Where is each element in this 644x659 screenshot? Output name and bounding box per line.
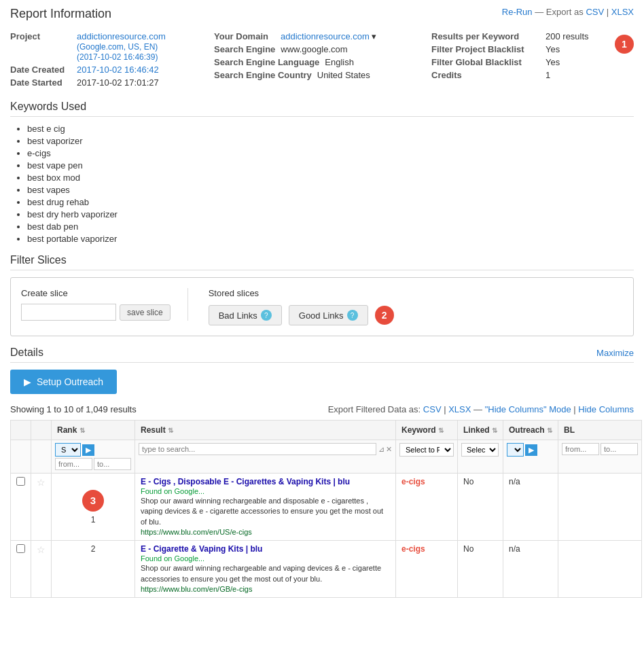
rank-from-to <box>55 458 131 470</box>
row1-url[interactable]: https://www.blu.com/en/US/e-cigs <box>141 528 252 536</box>
row1-result-cell: E - Cigs , Disposable E - Cigarettes & V… <box>135 474 396 541</box>
row1-linked-cell: No <box>458 474 503 541</box>
bad-links-button[interactable]: Bad Links ? <box>209 305 282 325</box>
details-header: Details Maximize <box>10 346 634 363</box>
credits-value: 1 <box>545 70 550 80</box>
project-sub1[interactable]: (Google.com, US, EN) <box>77 42 158 52</box>
rank-to-input[interactable] <box>94 458 131 470</box>
setup-outreach-button[interactable]: ▶ Setup Outreach <box>10 370 117 394</box>
results-count: Showing 1 to 10 of 1,049 results <box>10 404 137 414</box>
row1-result-title[interactable]: E - Cigs , Disposable E - Cigarettes & V… <box>141 477 350 486</box>
bl-from-input[interactable] <box>562 443 599 455</box>
row1-star-icon[interactable]: ☆ <box>37 477 46 488</box>
filter-project-value: Yes <box>545 44 560 54</box>
outreach-s-button[interactable]: ▶ <box>525 444 537 456</box>
keyword-sort-icon[interactable]: ⇅ <box>438 427 444 434</box>
rank-sort-icon[interactable]: ⇅ <box>79 427 85 434</box>
keyword-item: best portable vaporizer <box>27 234 634 244</box>
project-link[interactable]: addictionresource.com <box>77 31 166 41</box>
result-sort-icon[interactable]: ⇅ <box>168 427 173 434</box>
row1-checkbox[interactable] <box>16 477 25 486</box>
th-outreach: Outreach ⇅ <box>503 421 558 440</box>
row2-result-title[interactable]: E - Cigarette & Vaping Kits | blu <box>141 544 262 554</box>
linked-filter-select[interactable]: Select <box>461 443 499 457</box>
outreach-s-select[interactable]: Se <box>507 443 524 457</box>
s-select[interactable]: S <box>55 443 81 457</box>
row2-outreach: n/a <box>509 544 520 554</box>
your-domain-label: Your Domain <box>214 31 275 41</box>
info-middle: Your Domain addictionresource.com ▾ Sear… <box>214 31 431 90</box>
your-domain-link[interactable]: addictionresource.com <box>281 31 370 41</box>
rerun-link[interactable]: Re-Run <box>502 7 533 17</box>
filter-project-row: Filter Project Blacklist Yes <box>431 44 589 54</box>
project-row: Project addictionresource.com (Google.co… <box>10 31 214 62</box>
info-section: Project addictionresource.com (Google.co… <box>10 31 634 90</box>
th-outreach-label: Outreach <box>509 425 545 435</box>
your-domain-row: Your Domain addictionresource.com ▾ <box>214 31 431 41</box>
filter-linked-cell: Select <box>458 440 503 474</box>
export-as-label: Export as <box>546 7 584 17</box>
keyword-item: best e cig <box>27 124 634 134</box>
bl-to-input[interactable] <box>601 443 638 455</box>
export-mode-link[interactable]: "Hide Columns" Mode <box>485 404 571 414</box>
stored-slices-section: Stored slices Bad Links ? Good Links ? 2 <box>209 288 623 325</box>
keyword-filter-select[interactable]: Select to Fi <box>399 443 454 457</box>
export-xlsx-link2[interactable]: XLSX <box>448 404 471 414</box>
filter-global-row: Filter Global Blacklist Yes <box>431 57 589 67</box>
row2-checkbox-cell <box>11 541 31 598</box>
table-header-row: Rank ⇅ Result ⇅ Keyword ⇅ Linked ⇅ Outre… <box>11 421 642 440</box>
good-links-button[interactable]: Good Links ? <box>289 305 368 325</box>
keyword-item: best vape pen <box>27 160 634 171</box>
th-keyword-label: Keyword <box>401 425 436 435</box>
th-star <box>31 421 52 440</box>
create-slice-row: save slice <box>21 304 171 321</box>
export-xlsx-link[interactable]: XLSX <box>611 7 634 17</box>
date-started-label: Date Started <box>10 77 71 88</box>
s-button[interactable]: ▶ <box>82 444 94 456</box>
search-engine-country-row: Search Engine Country United States <box>214 70 431 80</box>
th-keyword: Keyword ⇅ <box>396 421 458 440</box>
good-links-help-icon: ? <box>347 310 358 321</box>
date-created-row: Date Created 2017-10-02 16:46:42 <box>10 65 214 75</box>
row2-checkbox[interactable] <box>16 544 25 553</box>
th-linked: Linked ⇅ <box>458 421 503 440</box>
export-dash: — <box>473 404 485 414</box>
filter-icons: ⊿ ✕ <box>378 445 392 454</box>
data-table: Rank ⇅ Result ⇅ Keyword ⇅ Linked ⇅ Outre… <box>10 420 642 598</box>
outreach-sort-icon[interactable]: ⇅ <box>547 427 552 434</box>
create-slice-input[interactable] <box>21 304 116 321</box>
export-links: Export Filtered Data as: from... CSV | X… <box>328 404 634 414</box>
filter-bl-cell <box>558 440 642 474</box>
rank-from-input[interactable] <box>55 458 92 470</box>
export-csv-link[interactable]: CSV <box>586 7 604 17</box>
search-engine-value: www.google.com <box>281 44 347 54</box>
linked-sort-icon[interactable]: ⇅ <box>492 427 497 434</box>
filter-icon-2[interactable]: ✕ <box>386 445 392 454</box>
export-csv-link2[interactable]: CSV <box>423 404 442 414</box>
keyword-item: best drug rehab <box>27 197 634 207</box>
credits-row: Credits 1 <box>431 70 589 80</box>
your-domain-value: addictionresource.com ▾ <box>281 31 376 41</box>
row2-star-icon[interactable]: ☆ <box>37 544 46 555</box>
bl-from-to <box>562 443 638 455</box>
row1-keyword-cell: e-cigs <box>396 474 458 541</box>
dash-sep: — <box>535 7 543 17</box>
filter-result-cell: ⊿ ✕ <box>135 440 396 474</box>
project-sub2[interactable]: (2017-10-02 16:46:39) <box>77 52 158 62</box>
create-slice-section: Create slice save slice <box>21 288 188 321</box>
filter-slices-title: Filter Slices <box>10 254 634 270</box>
result-search-input[interactable] <box>139 443 376 455</box>
hide-columns-link[interactable]: Hide Columns <box>578 404 634 414</box>
th-checkbox <box>11 421 31 440</box>
row1-bl-cell <box>558 474 642 541</box>
date-created-link[interactable]: 2017-10-02 16:46:42 <box>77 65 159 75</box>
row2-desc: Shop our award winning rechargeable and … <box>141 564 381 582</box>
th-linked-label: Linked <box>463 425 490 435</box>
search-engine-lang-value: English <box>325 57 354 67</box>
search-engine-row: Search Engine www.google.com <box>214 44 431 54</box>
maximize-link[interactable]: Maximize <box>596 348 634 358</box>
filter-icon-1[interactable]: ⊿ <box>378 445 384 454</box>
row2-url[interactable]: https://www.blu.com/en/GB/e-cigs <box>141 585 252 593</box>
save-slice-button[interactable]: save slice <box>120 304 171 321</box>
details-title: Details <box>10 346 43 359</box>
